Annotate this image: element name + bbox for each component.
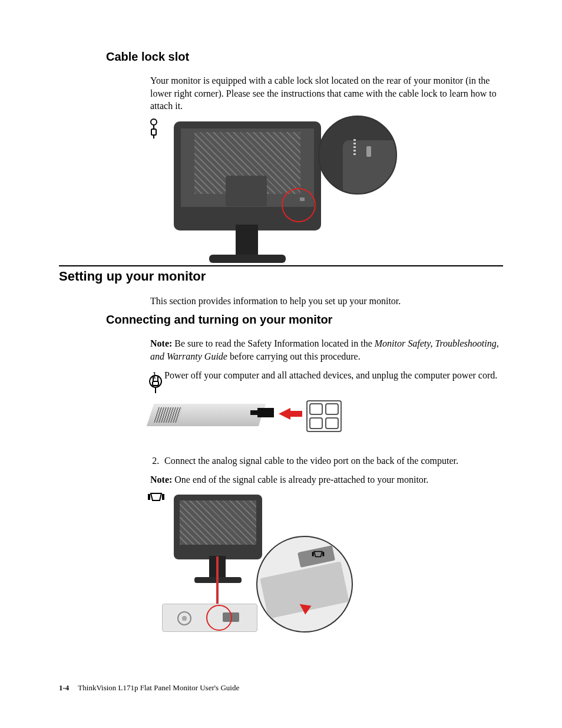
svg-rect-11 (312, 552, 314, 556)
note-cable-attached: Note: One end of the signal cable is alr… (150, 473, 503, 486)
svg-rect-12 (322, 552, 324, 556)
step-2: Connect the analog signal cable to the v… (161, 454, 503, 467)
heading-connecting: Connecting and turning on your monitor (59, 313, 503, 327)
step-1: Power off your computer and all attached… (161, 369, 503, 382)
power-plug-icon (147, 374, 164, 397)
note-label: Note: (150, 475, 172, 485)
vga-port-icon (312, 550, 325, 561)
svg-rect-2 (151, 129, 156, 135)
monitor-small-illustration (174, 495, 262, 559)
highlight-circle-icon (282, 188, 316, 222)
lock-icon (147, 118, 160, 142)
note-text-post: before carrying out this procedure. (227, 351, 361, 361)
note-safety: Note: Be sure to read the Safety Informa… (150, 337, 503, 363)
note-label: Note: (150, 338, 172, 348)
note-text-pre: Be sure to read the Safety Information l… (174, 338, 374, 348)
wall-outlet-illustration (306, 400, 342, 432)
figure-signal-cable (150, 492, 362, 633)
zoom-inset (256, 536, 353, 633)
page-footer: 1-4 ThinkVision L171p Flat Panel Monitor… (59, 683, 239, 693)
para-cable-lock: Your monitor is equipped with a cable lo… (150, 74, 503, 113)
plug-illustration (257, 408, 274, 417)
figure-cable-lock-slot (150, 118, 398, 257)
arrow-left-icon (279, 408, 290, 420)
para-setup-intro: This section provides information to hel… (150, 295, 503, 308)
heading-setting-up: Setting up your monitor (59, 265, 503, 284)
power-supply-illustration (147, 404, 266, 426)
cable-illustration (216, 556, 219, 607)
footer-title: ThinkVision L171p Flat Panel Monitor Use… (78, 683, 239, 692)
svg-rect-10 (162, 494, 164, 500)
figure-power-cord (150, 387, 339, 446)
note2-text: One end of the signal cable is already p… (174, 475, 428, 485)
vga-port-icon (147, 492, 165, 505)
svg-point-0 (151, 119, 157, 125)
page-number: 1-4 (59, 683, 69, 692)
svg-rect-7 (153, 381, 158, 386)
heading-cable-lock-slot: Cable lock slot (59, 50, 503, 64)
svg-rect-9 (148, 494, 150, 500)
zoom-inset (318, 116, 397, 195)
